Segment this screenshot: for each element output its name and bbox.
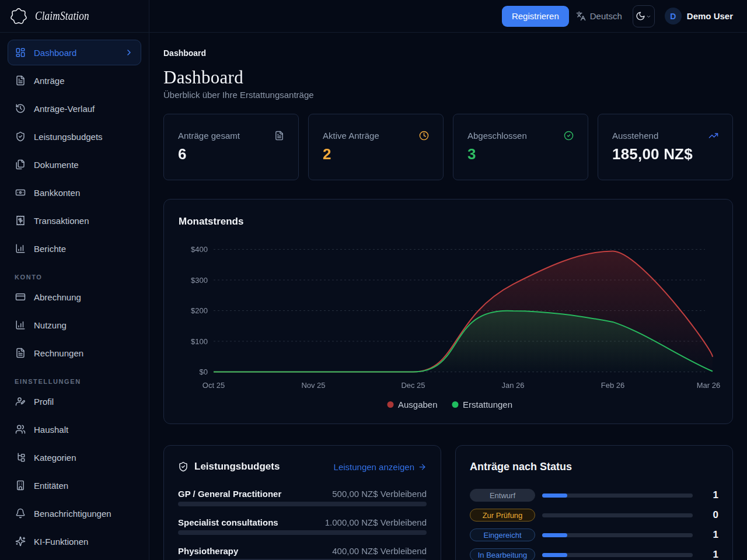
svg-text:$100: $100 [191,337,208,346]
svg-text:Erstattungen: Erstattungen [463,400,512,410]
svg-text:Ausgaben: Ausgaben [398,400,438,410]
svg-text:$400: $400 [191,245,208,254]
svg-text:Nov 25: Nov 25 [301,381,325,390]
svg-text:Dec 25: Dec 25 [401,381,425,390]
svg-text:Jan 26: Jan 26 [501,381,524,390]
svg-text:$300: $300 [191,276,208,285]
svg-text:$0: $0 [200,368,208,376]
svg-text:Feb 26: Feb 26 [601,381,624,390]
svg-text:$200: $200 [191,306,208,315]
svg-text:Mar 26: Mar 26 [697,381,720,390]
svg-text:Oct 25: Oct 25 [203,381,225,390]
